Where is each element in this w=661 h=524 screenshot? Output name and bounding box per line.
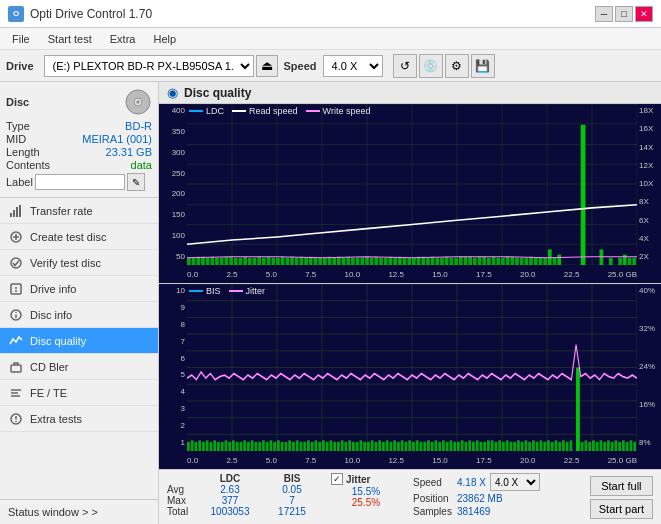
svg-rect-232 — [491, 440, 494, 451]
avg-label: Avg — [167, 484, 199, 495]
svg-rect-192 — [341, 440, 344, 451]
speed-select[interactable]: 4.0 X — [323, 55, 383, 77]
svg-rect-53 — [234, 258, 238, 265]
svg-point-15 — [15, 311, 16, 312]
max-bis: 7 — [261, 495, 323, 506]
sidebar-item-drive-info[interactable]: Drive info — [0, 276, 158, 302]
x-bot-0: 0.0 — [187, 456, 198, 465]
svg-rect-228 — [476, 440, 479, 451]
svg-rect-237 — [510, 442, 513, 451]
svg-rect-200 — [371, 440, 374, 451]
sidebar-item-disc-quality[interactable]: Disc quality — [0, 328, 158, 354]
svg-rect-217 — [435, 440, 438, 451]
settings-icon-button[interactable]: ⚙ — [445, 54, 469, 78]
menu-file[interactable]: File — [4, 31, 38, 47]
x-label-22.5: 22.5 — [564, 270, 580, 279]
svg-rect-180 — [296, 440, 299, 451]
top-chart-x-axis: 0.0 2.5 5.0 7.5 10.0 12.5 15.0 17.5 20.0… — [187, 265, 637, 283]
svg-rect-171 — [262, 440, 265, 451]
sidebar-item-create-test-disc[interactable]: Create test disc — [0, 224, 158, 250]
svg-rect-184 — [311, 442, 314, 451]
svg-rect-111 — [506, 257, 510, 265]
disc-icon-button[interactable]: 💿 — [419, 54, 443, 78]
fe-te-icon — [8, 385, 24, 401]
y-top-label-100: 100 — [161, 231, 185, 240]
sidebar-item-transfer-rate[interactable]: Transfer rate — [0, 198, 158, 224]
sidebar-item-fe-te[interactable]: FE / TE — [0, 380, 158, 406]
x-label-7.5: 7.5 — [305, 270, 316, 279]
x-label-10: 10.0 — [345, 270, 361, 279]
refresh-icon-button[interactable]: ↺ — [393, 54, 417, 78]
svg-rect-104 — [473, 258, 477, 265]
sidebar-item-disc-info[interactable]: Disc info — [0, 302, 158, 328]
minimize-button[interactable]: ─ — [595, 6, 613, 22]
x-bot-12.5: 12.5 — [388, 456, 404, 465]
disc-info-grid: Type BD-R MID MEIRA1 (001) Length 23.31 … — [6, 120, 152, 171]
svg-rect-129 — [632, 258, 636, 265]
svg-rect-153 — [195, 442, 198, 451]
menu-help[interactable]: Help — [145, 31, 184, 47]
svg-rect-160 — [221, 442, 224, 451]
svg-rect-99 — [450, 258, 454, 265]
disc-info-icon — [8, 307, 24, 323]
sidebar-item-verify-test-disc[interactable]: Verify test disc — [0, 250, 158, 276]
label-input[interactable] — [35, 174, 125, 190]
svg-rect-65 — [290, 257, 294, 265]
sidebar-item-extra-tests[interactable]: Extra tests — [0, 406, 158, 432]
svg-rect-124 — [600, 249, 604, 265]
legend-jitter: Jitter — [229, 286, 266, 296]
svg-point-23 — [15, 420, 17, 422]
total-row: Total 1003053 17215 — [167, 506, 323, 517]
title-bar: O Opti Drive Control 1.70 ─ □ ✕ — [0, 0, 661, 28]
svg-rect-198 — [363, 442, 366, 451]
y-bot-label-9: 9 — [161, 303, 185, 312]
start-part-button[interactable]: Start part — [590, 499, 653, 519]
sidebar-item-cd-bler[interactable]: CD Bler — [0, 354, 158, 380]
save-icon-button[interactable]: 💾 — [471, 54, 495, 78]
write-color — [306, 110, 320, 112]
drive-select[interactable]: (E:) PLEXTOR BD-R PX-LB950SA 1.06 — [44, 55, 254, 77]
menu-start-test[interactable]: Start test — [40, 31, 100, 47]
svg-rect-214 — [423, 442, 426, 451]
svg-rect-80 — [360, 258, 364, 265]
label-edit-button[interactable]: ✎ — [127, 173, 145, 191]
disc-quality-title: Disc quality — [184, 86, 251, 100]
app-title: Opti Drive Control 1.70 — [30, 7, 152, 21]
svg-rect-178 — [288, 440, 291, 451]
svg-rect-241 — [525, 440, 528, 451]
svg-rect-244 — [536, 442, 539, 451]
eject-button[interactable]: ⏏ — [256, 55, 278, 77]
maximize-button[interactable]: □ — [615, 6, 633, 22]
svg-rect-205 — [390, 442, 393, 451]
svg-rect-239 — [517, 440, 520, 451]
x-bot-22.5: 22.5 — [564, 456, 580, 465]
start-full-button[interactable]: Start full — [590, 476, 653, 496]
svg-rect-203 — [382, 442, 385, 451]
y-top-right-10x: 10X — [639, 179, 659, 188]
svg-rect-243 — [532, 440, 535, 451]
svg-rect-74 — [332, 258, 336, 265]
cd-bler-icon — [8, 359, 24, 375]
type-value: BD-R — [54, 120, 152, 132]
drive-select-wrap: (E:) PLEXTOR BD-R PX-LB950SA 1.06 ⏏ — [44, 55, 278, 77]
svg-rect-175 — [277, 440, 280, 451]
svg-rect-193 — [345, 442, 348, 451]
svg-rect-116 — [529, 257, 533, 265]
svg-rect-47 — [206, 258, 210, 265]
status-window-button[interactable]: Status window > > — [0, 500, 158, 524]
max-ldc: 377 — [199, 495, 261, 506]
close-button[interactable]: ✕ — [635, 6, 653, 22]
svg-rect-263 — [611, 442, 614, 451]
y-bot-right-32: 32% — [639, 324, 659, 333]
svg-rect-181 — [300, 442, 303, 451]
menu-extra[interactable]: Extra — [102, 31, 144, 47]
svg-rect-235 — [502, 442, 505, 451]
legend-write: Write speed — [306, 106, 371, 116]
content-area: ◉ Disc quality LDC Read speed — [159, 82, 661, 524]
svg-rect-71 — [318, 258, 322, 265]
length-label: Length — [6, 146, 50, 158]
position-value: 23862 MB — [457, 493, 503, 504]
svg-rect-119 — [543, 258, 547, 265]
speed-select-sm[interactable]: 4.0 X — [490, 473, 540, 491]
jitter-checkbox[interactable]: ✓ — [331, 473, 343, 485]
